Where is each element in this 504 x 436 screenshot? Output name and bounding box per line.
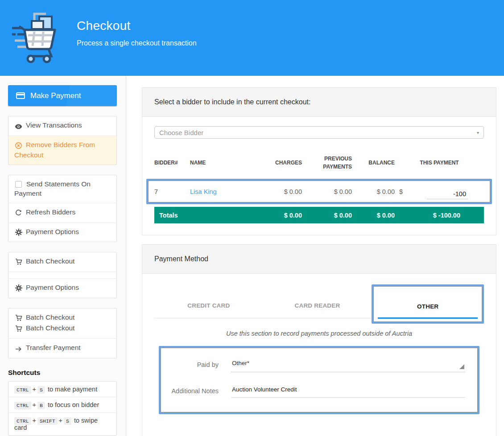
totals-label: Totals xyxy=(154,212,190,219)
choose-bidder-select[interactable]: Choose Bidder ▾ xyxy=(154,126,484,139)
plus-sign: + xyxy=(33,401,36,408)
col-this-payment: THIS PAYMENT xyxy=(395,160,484,166)
paid-by-row: Paid by Other* xyxy=(161,359,465,372)
paid-by-select[interactable]: Other* xyxy=(231,359,465,372)
payment-method-panel: Payment Method CREDIT CARD CARD READER O… xyxy=(142,244,496,436)
eye-icon xyxy=(14,122,23,131)
shortcut-make-payment: CTRL+Sto make payment xyxy=(8,382,116,397)
key-s: S xyxy=(37,386,45,394)
chevron-down-icon: ▾ xyxy=(477,130,479,135)
totals-row: Totals $ 0.00 $ 0.00 $ 0.00 $ -100.00 xyxy=(154,207,484,223)
batch-checkout-label-2a: Batch Checkout xyxy=(26,313,74,321)
bidder-table-header: BIDDER# NAME CHARGES PREVIOUS PAYMENTS B… xyxy=(154,152,484,177)
additional-notes-input[interactable]: Auction Volunteer Credit xyxy=(231,386,465,398)
cart-icon xyxy=(14,325,23,334)
bidder-number: 7 xyxy=(154,188,190,195)
main-content: Select a bidder to include in the curren… xyxy=(126,76,504,436)
send-statements-checkbox[interactable] xyxy=(15,181,22,188)
sidebar-card-batch: Batch Checkout Payment Options xyxy=(8,252,117,298)
arrow-right-icon xyxy=(14,344,23,354)
shortcut-focus-bidder: CTRL+Bto focus on bidder xyxy=(8,397,116,412)
key-ctrl: CTRL xyxy=(14,402,31,409)
balance-value: $ 0.00 xyxy=(352,188,395,195)
additional-notes-label: Additional Notes xyxy=(161,386,219,395)
plus-sign: + xyxy=(33,386,36,393)
shortcut-desc: to make payment xyxy=(48,386,97,393)
col-bidder-number: BIDDER# xyxy=(154,160,190,166)
empty-row xyxy=(8,271,116,278)
refresh-bidders-label: Refresh Bidders xyxy=(26,208,75,216)
refresh-icon xyxy=(14,209,23,218)
totals-charges: $ 0.00 xyxy=(252,212,302,219)
payment-options-label-2: Payment Options xyxy=(26,284,79,291)
bidder-name-link[interactable]: Lisa King xyxy=(190,188,217,195)
col-name: NAME xyxy=(190,160,252,166)
cart-icon xyxy=(14,314,23,323)
key-shift: SHIFT xyxy=(37,417,58,425)
currency-symbol: $ xyxy=(399,188,423,195)
sidebar-item-transfer-payment[interactable]: Transfer Payment xyxy=(8,338,116,358)
sidebar-card-batch2: Batch Checkout Batch Checkout Transfer P… xyxy=(8,308,117,358)
totals-balance: $ 0.00 xyxy=(352,212,395,219)
sidebar-item-batch-checkout-double[interactable]: Batch Checkout Batch Checkout xyxy=(8,308,116,338)
cart-icon xyxy=(14,258,23,267)
key-ctrl: CTRL xyxy=(14,386,31,394)
payment-options-label-1: Payment Options xyxy=(26,228,79,235)
dropdown-triangle-icon xyxy=(459,364,464,369)
col-previous-payments: PREVIOUS PAYMENTS xyxy=(302,155,352,171)
page-header: Checkout Process a single checkout trans… xyxy=(0,0,504,76)
sidebar-item-payment-options-2[interactable]: Payment Options xyxy=(8,278,116,298)
gear-icon xyxy=(14,228,23,238)
totals-this-payment: $ -100.00 xyxy=(395,212,484,219)
bidder-panel-title: Select a bidder to include in the curren… xyxy=(142,88,496,117)
other-tab-highlight-box: OTHER xyxy=(372,284,484,324)
this-payment-input[interactable] xyxy=(427,189,468,199)
batch-checkout-label-2b: Batch Checkout xyxy=(26,324,74,332)
shortcuts-heading: Shortcuts xyxy=(8,369,117,377)
key-s: S xyxy=(64,417,71,425)
tab-other[interactable]: OTHER xyxy=(378,286,478,319)
payment-method-tabs: CREDIT CARD CARD READER OTHER xyxy=(154,290,484,318)
plus-sign: + xyxy=(33,417,36,424)
sidebar-item-remove-bidders[interactable]: Remove Bidders From Checkout xyxy=(8,136,116,165)
paid-by-label: Paid by xyxy=(161,359,219,369)
sidebar-item-payment-options-1[interactable]: Payment Options xyxy=(8,222,116,242)
page-subtitle: Process a single checkout transaction xyxy=(77,39,197,47)
sidebar-item-view-transactions[interactable]: View Transactions xyxy=(8,116,116,136)
other-payment-hint: Use this section to record payments proc… xyxy=(154,330,484,337)
paid-by-value: Other* xyxy=(232,360,249,366)
shortcuts-card: CTRL+Sto make payment CTRL+Bto focus on … xyxy=(8,381,117,436)
view-transactions-label: View Transactions xyxy=(26,121,82,129)
circle-x-icon xyxy=(14,141,23,151)
shortcut-desc: to focus on bidder xyxy=(48,401,99,408)
sidebar-item-send-statements[interactable]: Send Statements On Payment xyxy=(8,175,116,203)
tab-credit-card[interactable]: CREDIT CARD xyxy=(154,290,263,318)
send-statements-label: Send Statements On Payment xyxy=(14,180,91,197)
key-b: B xyxy=(37,402,45,409)
other-payment-form-highlight-box: Paid by Other* Additional Notes Auction … xyxy=(159,346,479,414)
tab-card-reader[interactable]: CARD READER xyxy=(263,290,372,318)
plus-sign: + xyxy=(59,417,62,424)
table-row: 7 Lisa King $ 0.00 $ 0.00 $ 0.00 $ xyxy=(154,181,484,202)
transfer-payment-label: Transfer Payment xyxy=(26,344,81,351)
bidder-row-highlight-box: 7 Lisa King $ 0.00 $ 0.00 $ 0.00 $ xyxy=(146,179,492,204)
totals-previous-payments: $ 0.00 xyxy=(302,212,352,219)
sidebar-card-options: Send Statements On Payment Refresh Bidde… xyxy=(8,175,117,243)
sidebar: Make Payment View Transactions Remove Bi… xyxy=(0,76,126,436)
additional-notes-row: Additional Notes Auction Volunteer Credi… xyxy=(161,386,465,398)
make-payment-button[interactable]: Make Payment xyxy=(8,85,117,106)
col-balance: BALANCE xyxy=(352,160,395,166)
choose-bidder-placeholder: Choose Bidder xyxy=(159,129,203,136)
shortcut-swipe-card: CTRL+SHIFT+Sto swipe card xyxy=(8,412,116,435)
additional-notes-value: Auction Volunteer Credit xyxy=(232,386,297,393)
batch-checkout-label-1: Batch Checkout xyxy=(26,257,74,265)
credit-card-icon xyxy=(16,92,25,99)
sidebar-item-refresh-bidders[interactable]: Refresh Bidders xyxy=(8,203,116,222)
col-charges: CHARGES xyxy=(252,160,302,166)
page-title: Checkout xyxy=(77,19,197,33)
sidebar-card-transactions: View Transactions Remove Bidders From Ch… xyxy=(8,116,117,165)
speedy-cart-icon xyxy=(11,7,61,64)
payment-method-title: Payment Method xyxy=(142,245,496,274)
sidebar-item-batch-checkout-1[interactable]: Batch Checkout xyxy=(8,252,116,271)
charges-value: $ 0.00 xyxy=(252,188,302,195)
